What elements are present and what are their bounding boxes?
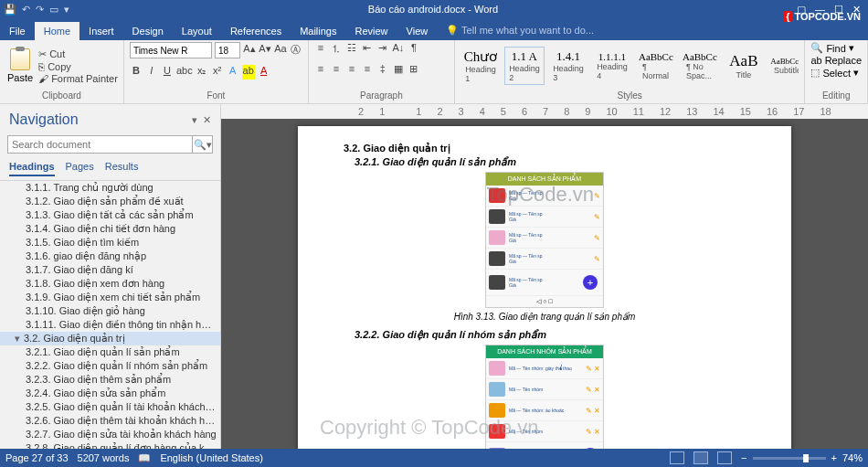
style-heading-2[interactable]: 1.1 AHeading 2 [504,47,545,85]
sort-icon[interactable]: A↓ [392,42,405,57]
nav-item[interactable]: 3.1.9. Giao diện xem chi tiết sản phẩm [0,291,220,304]
style--no-spac-[interactable]: AaBbCc¶ No Spac... [680,48,720,83]
text-effects-icon[interactable]: A [227,65,239,80]
change-case-icon[interactable]: Aa [274,43,287,58]
tab-insert[interactable]: Insert [79,22,123,40]
style-heading-4[interactable]: 1.1.1.1Heading 4 [592,48,632,83]
nav-menu-icon[interactable]: ▾ [192,114,197,126]
nav-item[interactable]: 3.2.6. Giao diện thêm tài khoản khách hà… [0,414,220,428]
nav-tab-headings[interactable]: Headings [9,161,55,176]
nav-close-icon[interactable]: ✕ [203,114,211,126]
subscript-button[interactable]: x₂ [196,65,208,80]
language-status[interactable]: English (United States) [160,452,263,463]
font-name-select[interactable] [130,42,212,58]
nav-item[interactable]: 3.2.7. Giao diện sửa tài khoản khách hàn… [0,428,220,441]
nav-item[interactable]: 3.1.5. Giao diện tìm kiếm [0,236,220,249]
format-painter-button[interactable]: 🖌Format Painter [38,73,118,84]
tell-me[interactable]: 💡 Tell me what you want to do... [437,21,603,40]
horizontal-ruler[interactable]: 21123456789101112131415161718 [221,104,868,119]
read-mode-icon[interactable] [670,451,684,464]
nav-item[interactable]: ▾3.2. Giao diện quản trị [0,332,220,345]
decrease-indent-icon[interactable]: ⇤ [361,42,374,57]
show-marks-icon[interactable]: ¶ [408,42,420,57]
copy-button[interactable]: ⎘Copy [38,61,118,72]
tab-view[interactable]: View [397,22,438,40]
nav-item[interactable]: 3.2.5. Giao diện quản lí tài khoản khách… [0,400,220,414]
nav-item[interactable]: 3.2.8. Giao diện quản lí đơn hàng của kh… [0,441,220,449]
print-layout-icon[interactable] [693,451,708,464]
font-size-select[interactable] [215,42,240,58]
cut-button[interactable]: ✂Cut [38,48,118,60]
nav-item[interactable]: 3.2.2. Giao diện quản lí nhóm sản phẩm [0,359,220,373]
word-count[interactable]: 5207 words [78,452,130,463]
zoom-slider[interactable] [753,457,826,460]
underline-button[interactable]: U [161,65,174,80]
zoom-level[interactable]: 74% [842,452,863,463]
document-view[interactable]: 21123456789101112131415161718 3.2. Giao … [221,104,868,449]
zoom-in-icon[interactable]: + [831,452,837,463]
style-heading-3[interactable]: 1.4.1Heading 3 [548,47,588,85]
nav-item[interactable]: 3.1.1. Trang chủ người dùng [0,181,220,195]
tab-layout[interactable]: Layout [173,22,221,40]
shading-icon[interactable]: ▦ [392,63,405,78]
italic-button[interactable]: I [145,65,158,80]
paste-button[interactable]: Paste [5,47,35,85]
spellcheck-icon[interactable]: 📖 [138,452,151,464]
touch-mode-icon[interactable]: ▭ [49,4,58,16]
web-layout-icon[interactable] [717,451,732,464]
style-heading-1[interactable]: ChươHeading 1 [460,46,501,86]
font-color-icon[interactable]: A [258,65,270,80]
document-page[interactable]: 3.2. Giao diện quản trị 3.2.1. Giao diện… [298,126,791,449]
nav-item[interactable]: 3.1.11. Giao diện điền thông tin nhận hà… [0,318,220,332]
nav-item[interactable]: 3.1.2. Giao diện sản phẩm đề xuất [0,195,220,208]
nav-item[interactable]: 3.1.7. Giao diện đăng kí [0,263,220,277]
save-icon[interactable]: 💾 [4,4,16,16]
search-input[interactable] [7,135,193,154]
style-title[interactable]: AaBTitle [724,49,764,82]
nav-item[interactable]: 3.1.6. giao diện đăng nhập [0,249,220,263]
shrink-font-icon[interactable]: A▾ [259,43,271,58]
style--normal[interactable]: AaBbCc¶ Normal [636,48,676,83]
align-left-icon[interactable]: ≡ [314,63,327,78]
superscript-button[interactable]: x² [211,65,224,80]
nav-item[interactable]: 3.2.4. Giao diện sửa sản phẩm [0,387,220,400]
zoom-out-icon[interactable]: − [741,452,746,463]
align-center-icon[interactable]: ≡ [330,63,343,78]
nav-item[interactable]: 3.2.1. Giao diện quản lí sản phẩm [0,345,220,359]
nav-item[interactable]: 3.1.10. Giao diện giỏ hàng [0,304,220,318]
align-right-icon[interactable]: ≡ [345,63,358,78]
style-subtitle[interactable]: AaBbCcDSubtitle [767,54,799,78]
replace-button[interactable]: ab Replace [810,55,862,66]
nav-item[interactable]: 3.1.8. Giao diện xem đơn hàng [0,277,220,291]
tab-home[interactable]: Home [35,22,79,40]
grow-font-icon[interactable]: A▴ [243,43,256,58]
numbering-icon[interactable]: ⒈ [330,42,343,57]
heading-3-2-2[interactable]: 3.2.2. Giao diện quản lí nhóm sản phẩm [355,329,746,341]
nav-tab-pages[interactable]: Pages [66,161,94,176]
borders-icon[interactable]: ⊞ [408,63,420,78]
nav-item[interactable]: 3.1.3. Giao diện tất cả các sản phẩm [0,208,220,222]
justify-icon[interactable]: ≡ [361,63,374,78]
highlight-icon[interactable]: ab [242,65,255,80]
tab-mailings[interactable]: Mailings [291,22,345,40]
redo-icon[interactable]: ↷ [36,4,44,16]
select-button[interactable]: ⬚ Select ▾ [810,67,859,79]
bullets-icon[interactable]: ≡ [314,42,327,57]
tab-references[interactable]: References [221,22,291,40]
nav-tree[interactable]: 3.1.1. Trang chủ người dùng3.1.2. Giao d… [0,181,220,449]
nav-item[interactable]: 3.1.4. Giao diện chi tiết đơn hàng [0,222,220,236]
strike-button[interactable]: abc [176,65,193,80]
line-spacing-icon[interactable]: ‡ [376,63,389,78]
nav-item[interactable]: 3.2.3. Giao diện thêm sản phẩm [0,373,220,387]
increase-indent-icon[interactable]: ⇥ [376,42,389,57]
find-button[interactable]: 🔍 Find ▾ [810,42,853,54]
tab-review[interactable]: Review [346,22,397,40]
clear-format-icon[interactable]: Ⓐ [290,43,302,58]
bold-button[interactable]: B [130,65,143,80]
tab-file[interactable]: File [0,22,35,40]
search-icon[interactable]: 🔍▾ [193,135,213,154]
heading-3-2-1[interactable]: 3.2.1. Giao diện quản lí sản phẩm [355,156,746,168]
undo-icon[interactable]: ↶ [22,4,30,16]
nav-tab-results[interactable]: Results [105,161,139,176]
page-count[interactable]: Page 27 of 33 [5,452,69,463]
